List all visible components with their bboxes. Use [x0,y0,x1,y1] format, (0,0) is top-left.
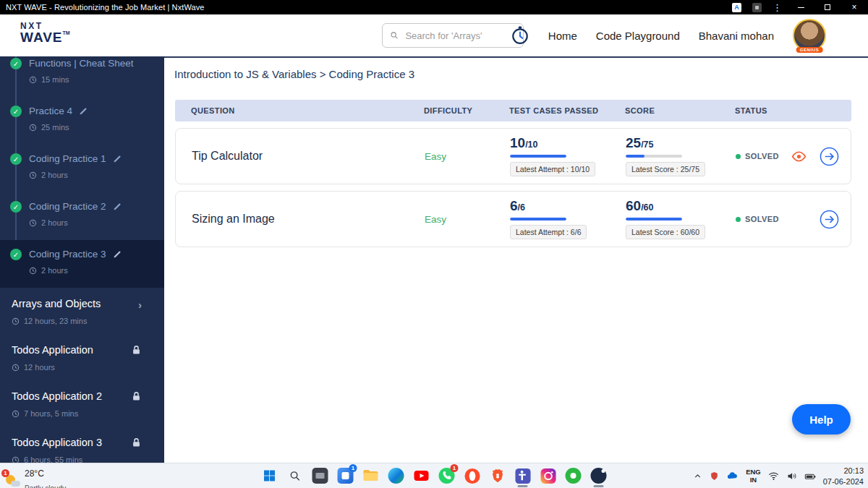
sidebar-item-todos-application-3[interactable]: Todos Application 3 6 hours, 55 mins [0,427,164,463]
chat-app-icon[interactable]: 1 [337,467,354,484]
status-cell: SOLVED [736,147,851,166]
taskbar-search-icon[interactable] [286,467,304,484]
weather-icon: 1 [4,472,20,488]
chevron-up-icon[interactable] [693,471,702,481]
nav-code-playground[interactable]: Code Playground [596,30,680,42]
volume-icon[interactable] [786,471,797,481]
task-view-icon[interactable] [312,467,329,484]
avatar[interactable]: GENIUS [793,19,826,52]
translate-icon[interactable]: A [732,3,741,12]
green-app-glyph [566,468,582,484]
status-badge: SOLVED [736,215,779,223]
sidebar-item-duration: 12 hours, 23 mins [24,317,87,325]
language-primary: ENG [746,468,761,476]
edit-icon[interactable] [79,106,88,116]
file-explorer-icon[interactable] [362,467,380,484]
whatsapp-business-icon[interactable] [565,467,582,484]
weather-widget[interactable]: 1 28°C Partly cloudy [4,466,66,488]
logo-text-wave: WAVE [20,30,63,45]
edit-icon[interactable] [113,202,122,211]
search-input[interactable] [404,30,516,42]
sidebar-item-todos-application-2[interactable]: Todos Application 2 7 hours, 5 mins [0,380,164,427]
column-header-test-cases: TEST CASES PASSED [509,106,625,115]
cloud-icon [11,481,20,487]
score-metric: 25/75 Latest Score : 25/75 [626,136,736,176]
logo-tm: TM [63,30,70,35]
maximize-button[interactable] [820,0,835,14]
sidebar-section-label: Arrays and Objects [12,298,101,309]
youtube-icon[interactable] [413,467,430,484]
window-titlebar: NXT WAVE - Revolutionizing the Job Marke… [0,0,868,14]
taskbar-time: 20:13 [843,466,864,475]
sidebar-item-duration: 2 hours [41,218,68,227]
view-solution-eye-icon[interactable] [791,149,807,164]
sidebar-list: ✓ Functions | Cheat Sheet 15 mins ✓ Prac… [0,56,164,463]
sidebar-item-arrays-and-objects[interactable]: Arrays and Objects › 12 hours, 23 mins [0,288,164,334]
whatsapp-icon[interactable]: 1 [438,467,456,484]
extension-icon[interactable] [752,3,762,12]
sidebar-item-coding-practice-2[interactable]: ✓ Coding Practice 2 2 hours [0,192,164,240]
lock-icon [131,437,142,451]
onedrive-cloud-icon[interactable] [726,470,739,482]
instagram-icon[interactable] [540,467,557,484]
lock-icon [131,391,142,405]
solved-dot-icon [736,154,741,159]
lock-icon [131,345,142,359]
latest-score-badge: Latest Score : 60/60 [626,225,705,239]
edit-icon[interactable] [113,154,122,163]
clock-widget[interactable]: 20:13 07-06-2024 [823,466,864,487]
app-header: NXT WAVETM Home Code Playground Bhavani … [0,14,868,56]
table-row[interactable]: Sizing an Image Easy 6/6 Latest Attempt … [175,191,851,247]
brave-browser-icon[interactable] [489,467,506,484]
completed-check-icon: ✓ [10,106,22,117]
user-name[interactable]: Bhavani mohan [699,30,774,42]
sidebar-item-practice-4[interactable]: ✓ Practice 4 25 mins [0,97,164,145]
question-title[interactable]: Sizing an Image [192,213,425,226]
table-row[interactable]: Tip Calculator Easy 10/10 Latest Attempt… [175,128,851,184]
timer-icon[interactable] [511,26,529,45]
search-icon [390,30,399,40]
nxtwave-logo[interactable]: NXT WAVETM [20,22,70,44]
nav-home[interactable]: Home [548,30,577,42]
notification-badge: 1 [1,469,9,477]
sidebar-item-todos-application[interactable]: Todos Application 12 hours [0,334,164,380]
question-title[interactable]: Tip Calculator [192,150,425,163]
completed-check-icon: ✓ [10,153,22,165]
battery-icon[interactable] [804,471,816,482]
language-switcher[interactable]: ENG IN [746,468,761,484]
chevron-right-icon: › [138,299,142,311]
open-question-arrow-icon[interactable] [820,210,839,229]
task-view-glyph [312,468,328,484]
open-question-arrow-icon[interactable] [820,147,839,166]
tests-passed-value: 10 [510,135,525,150]
column-header-difficulty: DIFFICULTY [424,106,509,115]
sidebar-item-coding-practice-1[interactable]: ✓ Coding Practice 1 2 hours [0,145,164,192]
search-box[interactable] [382,23,524,48]
score-progress-bar [626,155,682,158]
sidebar-item-coding-practice-3[interactable]: ✓ Coding Practice 3 2 hours [0,240,164,288]
weather-desc: Partly cloudy [25,484,66,488]
clock-icon [12,364,20,372]
edit-icon[interactable] [113,249,122,259]
nxtwave-app-icon[interactable] [590,467,608,484]
wifi-icon[interactable] [768,471,779,481]
close-button[interactable]: × [846,0,862,14]
sidebar-item-functions-cheat-sheet[interactable]: ✓ Functions | Cheat Sheet 15 mins [0,56,164,97]
help-button[interactable]: Help [792,404,851,435]
start-button-icon[interactable] [261,467,278,484]
score-value: 25 [626,135,641,150]
sidebar-item-label: Coding Practice 2 [29,201,106,212]
minimize-button[interactable] [793,0,809,14]
edge-browser-icon[interactable] [388,467,405,484]
opera-browser-icon[interactable] [464,467,481,484]
test-cases-metric: 6/6 Latest Attempt : 6/6 [510,199,626,239]
sidebar-item-duration: 2 hours [41,266,68,275]
browser-menu-icon[interactable]: ⋮ [773,3,782,12]
column-header-question: QUESTION [191,106,424,115]
clock-icon [29,219,37,227]
notification-badge: 1 [451,464,459,472]
sidebar-item-duration: 7 hours, 5 mins [24,409,78,418]
teams-icon[interactable] [514,467,532,484]
security-shield-icon[interactable] [710,471,719,481]
status-cell: SOLVED [736,210,851,229]
